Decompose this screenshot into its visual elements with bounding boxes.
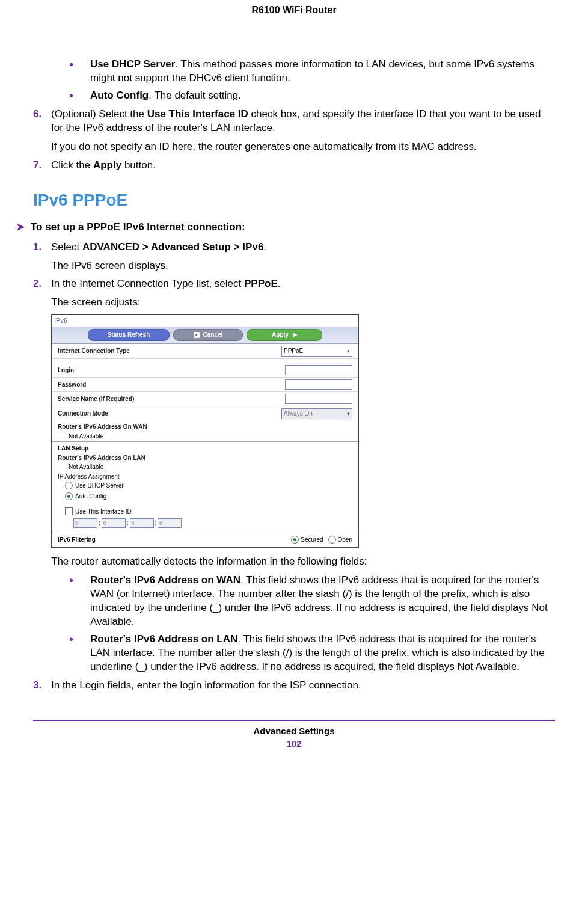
row-lan-address: Router's IPv6 Address On LAN — [52, 454, 358, 462]
intro-bullet-list: Use DHCP Server. This method passes more… — [51, 58, 555, 103]
step-text: In the Login fields, enter the login inf… — [51, 679, 361, 691]
checkbox-use-interface-id[interactable] — [65, 507, 73, 515]
step-number: 3. — [33, 679, 41, 693]
chevron-down-icon: ▾ — [347, 348, 350, 355]
row-ipv6-filtering: IPv6 Filtering Secured Open — [52, 532, 358, 548]
step-number: 7. — [33, 159, 41, 173]
step-number: 6. — [33, 108, 41, 121]
play-icon: ▶ — [293, 332, 297, 339]
task-heading: ➤To set up a PPPoE IPv6 Internet connect… — [16, 221, 555, 233]
service-name-input[interactable] — [285, 394, 352, 404]
radio-open-option[interactable]: Open — [328, 536, 352, 544]
interface-id-seg-2[interactable]: 0 — [102, 518, 126, 528]
row-connection-type: Internet Connection Type PPPoE▾ — [52, 343, 358, 358]
step-number: 1. — [33, 241, 41, 254]
list-item: Use DHCP Server. This method passes more… — [51, 58, 555, 85]
panel-title: IPv6 — [52, 315, 358, 327]
wan-address-value: Not Available — [52, 431, 358, 442]
step-6: 6. (Optional) Select the Use This Interf… — [33, 108, 555, 154]
connection-type-select[interactable]: PPPoE▾ — [281, 346, 352, 357]
row-login: Login — [52, 358, 358, 377]
row-password: Password — [52, 377, 358, 391]
step-7: 7. Click the Apply button. — [33, 159, 555, 173]
radio-secured-option[interactable]: Secured — [291, 536, 323, 544]
cancel-button[interactable]: xCancel — [173, 329, 243, 341]
list-item: Router's IPv6 Address on LAN. This field… — [51, 633, 555, 674]
toolbar: Status Refresh xCancel Apply▶ — [52, 327, 358, 343]
chevron-icon: ➤ — [16, 221, 25, 233]
interface-id-seg-1[interactable]: 0 — [73, 518, 97, 528]
desc: . The default setting. — [149, 90, 241, 101]
footer-page-number: 102 — [33, 738, 555, 749]
term: Auto Config — [90, 90, 149, 101]
lan-address-value: Not Available — [52, 462, 358, 473]
ipv6-config-screenshot: IPv6 Status Refresh xCancel Apply▶ Inter… — [51, 314, 359, 548]
step-2: 2. In the Internet Connection Type list,… — [33, 277, 555, 673]
row-connection-mode: Connection Mode Always On▾ — [52, 406, 358, 421]
interface-id-inputs: 0: 0: 0: 0 — [52, 517, 358, 532]
radio-auto-config[interactable] — [65, 492, 73, 500]
radio-secured[interactable] — [291, 536, 299, 544]
status-refresh-button[interactable]: Status Refresh — [88, 329, 170, 341]
interface-id-seg-3[interactable]: 0 — [130, 518, 154, 528]
connection-mode-select[interactable]: Always On▾ — [281, 408, 352, 419]
detect-intro: The router automatically detects the inf… — [51, 555, 555, 569]
apply-button[interactable]: Apply▶ — [247, 329, 322, 341]
chevron-down-icon: ▾ — [347, 410, 350, 417]
row-service-name: Service Name (If Required) — [52, 391, 358, 406]
step-3: 3. In the Login fields, enter the login … — [33, 679, 555, 693]
step-text: Click the Apply button. — [51, 159, 156, 171]
detect-bullet-list: Router's IPv6 Address on WAN. This field… — [51, 574, 555, 674]
radio-row-auto-config[interactable]: Auto Config — [52, 491, 358, 502]
step-note: If you do not specify an ID here, the ro… — [51, 140, 555, 154]
step-text: In the Internet Connection Type list, se… — [51, 278, 280, 289]
check-row-interface-id[interactable]: Use This Interface ID — [52, 506, 358, 517]
list-item: Auto Config. The default setting. — [51, 89, 555, 103]
radio-open[interactable] — [328, 536, 336, 544]
radio-dhcp-server[interactable] — [65, 482, 73, 489]
step-1: 1. Select ADVANCED > Advanced Setup > IP… — [33, 241, 555, 273]
row-ip-assignment: IP Address Assignment — [52, 473, 358, 481]
step-text: Select ADVANCED > Advanced Setup > IPv6. — [51, 241, 266, 253]
term: Router's IPv6 Address on LAN — [90, 633, 237, 645]
step-text: (Optional) Select the Use This Interface… — [51, 108, 541, 133]
row-wan-address: Router's IPv6 Address On WAN — [52, 421, 358, 431]
page-header: R6100 WiFi Router — [33, 5, 555, 16]
radio-row-dhcp[interactable]: Use DHCP Server — [52, 480, 358, 491]
section-heading-ipv6-pppoe: IPv6 PPPoE — [33, 191, 555, 210]
term: Use DHCP Server — [90, 58, 175, 70]
login-input[interactable] — [285, 365, 352, 375]
list-item: Router's IPv6 Address on WAN. This field… — [51, 574, 555, 629]
password-input[interactable] — [285, 379, 352, 390]
footer-section: Advanced Settings — [33, 726, 555, 736]
step-result: The IPv6 screen displays. — [51, 259, 555, 273]
term: Router's IPv6 Address on WAN — [90, 574, 240, 586]
step-result: The screen adjusts: — [51, 296, 555, 310]
lan-setup-header: LAN Setup — [52, 441, 358, 454]
close-icon: x — [194, 332, 200, 338]
step-number: 2. — [33, 277, 41, 291]
page-footer: Advanced Settings 102 — [33, 720, 555, 749]
interface-id-seg-4[interactable]: 0 — [158, 518, 182, 528]
